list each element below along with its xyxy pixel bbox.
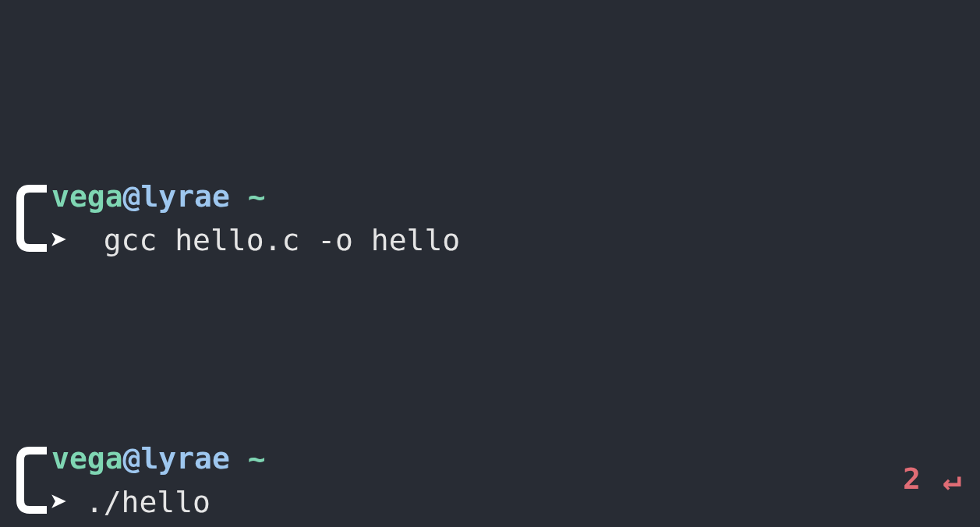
command-text: gcc hello.c -o hello (86, 218, 460, 262)
prompt-host: lyrae (140, 437, 229, 480)
prompt-block: vega@lyrae ~ ➤ ./hello (0, 437, 980, 524)
prompt-path: ~ (248, 437, 266, 480)
prompt-arrow-icon: ➤ (50, 480, 68, 524)
prompt-at: @ (123, 175, 141, 218)
prompt-path: ~ (248, 175, 266, 218)
command-text: ./hello (86, 480, 211, 524)
prompt-user: vega (51, 175, 123, 218)
prompt-user: vega (51, 437, 123, 480)
prompt-host: lyrae (140, 175, 229, 218)
prompt-block: vega@lyrae ~ ➤ gcc hello.c -o hello (0, 175, 980, 262)
status-count: 2 (903, 457, 921, 500)
prompt-arrow-icon: ➤ (50, 218, 68, 262)
status-indicator: 2 ↵ (903, 457, 961, 500)
return-icon: ↵ (943, 463, 961, 494)
terminal[interactable]: vega@lyrae ~ ➤ gcc hello.c -o hello vega… (0, 0, 980, 527)
prompt-at: @ (123, 437, 141, 480)
